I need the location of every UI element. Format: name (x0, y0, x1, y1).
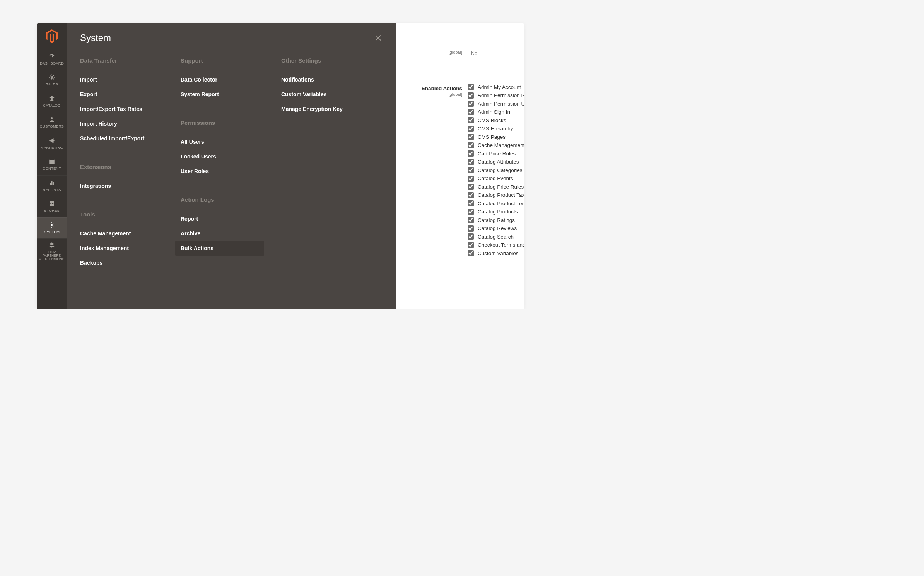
action-checkbox[interactable] (468, 250, 474, 256)
nav-reports[interactable]: REPORTS (37, 175, 67, 196)
menu-import-export-tax-rates[interactable]: Import/Export Tax Rates (80, 102, 181, 116)
menu-index-management[interactable]: Index Management (80, 241, 181, 256)
menu-notifications[interactable]: Notifications (281, 72, 382, 87)
menu-backups[interactable]: Backups (80, 256, 181, 270)
action-label: Catalog Reviews (478, 225, 517, 231)
menu-heading: Action Logs (181, 196, 281, 203)
menu-report[interactable]: Report (181, 211, 281, 226)
action-checkbox[interactable] (468, 176, 474, 182)
action-checkbox[interactable] (468, 184, 474, 190)
menu-export[interactable]: Export (80, 87, 181, 102)
action-checkbox-row: Cart Price Rules (468, 150, 524, 157)
action-label: Catalog Product Templates (478, 201, 524, 206)
action-checkbox[interactable] (468, 233, 474, 240)
flyout-col-1: Data TransferImportExportImport/Export T… (80, 57, 181, 273)
flyout-col-2: SupportData CollectorSystem ReportPermis… (181, 57, 281, 273)
action-label: Catalog Product Tax Classe (478, 192, 524, 198)
svg-rect-3 (49, 159, 55, 160)
action-checkbox[interactable] (468, 209, 474, 215)
flyout-title: System (80, 32, 111, 43)
action-checkbox[interactable] (468, 159, 474, 165)
customers-icon (48, 116, 55, 123)
action-checkbox-row: Catalog Attributes (468, 159, 524, 165)
action-label: Admin Permission Roles (478, 92, 524, 98)
menu-heading: Tools (80, 211, 181, 218)
nav-stores[interactable]: STORES (37, 196, 67, 217)
action-checkbox[interactable] (468, 217, 474, 223)
action-checkbox-row: Admin Sign In (468, 109, 524, 115)
nav-system[interactable]: SYSTEM (37, 217, 67, 238)
nav-marketing[interactable]: MARKETING (37, 133, 67, 154)
sales-icon: $ (48, 74, 55, 81)
action-label: CMS Pages (478, 134, 506, 140)
action-checkbox-row: CMS Blocks (468, 117, 524, 123)
action-checkbox[interactable] (468, 242, 474, 248)
action-checkbox[interactable] (468, 225, 474, 232)
action-checkbox[interactable] (468, 200, 474, 206)
action-checkbox-row: Admin Permission Roles (468, 92, 524, 99)
menu-locked-users[interactable]: Locked Users (181, 149, 281, 164)
action-checkbox[interactable] (468, 150, 474, 157)
action-label: Admin Sign In (478, 109, 510, 115)
action-checkbox[interactable] (468, 84, 474, 90)
menu-import[interactable]: Import (80, 72, 181, 87)
system-icon (48, 222, 55, 228)
menu-custom-variables[interactable]: Custom Variables (281, 87, 382, 102)
menu-all-users[interactable]: All Users (181, 135, 281, 149)
action-label: CMS Hierarchy (478, 126, 513, 131)
action-checkbox[interactable] (468, 134, 474, 140)
action-checkbox-row: Catalog Price Rules (468, 184, 524, 190)
menu-integrations[interactable]: Integrations (80, 179, 181, 193)
close-icon[interactable] (374, 34, 383, 42)
action-label: Admin Permission Users (478, 101, 524, 107)
nav-catalog[interactable]: CATALOG (37, 91, 67, 112)
action-label: Cart Price Rules (478, 151, 516, 157)
action-checkbox[interactable] (468, 92, 474, 99)
menu-manage-encryption-key[interactable]: Manage Encryption Key (281, 102, 382, 116)
menu-scheduled-import-export[interactable]: Scheduled Import/Export (80, 131, 181, 146)
action-label: CMS Blocks (478, 118, 506, 123)
action-label: Cache Management (478, 142, 524, 148)
menu-data-collector[interactable]: Data Collector (181, 72, 281, 87)
nav-dashboard[interactable]: DASHBOARD (37, 49, 67, 70)
marketing-icon (48, 137, 55, 144)
action-label: Catalog Categories (478, 167, 523, 173)
nav-label: STORES (44, 209, 60, 213)
action-checkbox[interactable] (468, 109, 474, 115)
menu-import-history[interactable]: Import History (80, 116, 181, 131)
magento-logo[interactable] (37, 23, 67, 49)
action-checkbox[interactable] (468, 192, 474, 198)
flyout-col-3: Other SettingsNotificationsCustom Variab… (281, 57, 382, 273)
nav-content[interactable]: CONTENT (37, 154, 67, 175)
action-checkbox[interactable] (468, 126, 474, 132)
nav-sales[interactable]: $SALES (37, 70, 67, 90)
action-checkbox-row: Catalog Ratings (468, 217, 524, 223)
enabled-actions-scope: [global] (396, 92, 462, 97)
menu-heading: Permissions (181, 119, 281, 126)
dashboard-icon (48, 53, 55, 60)
menu-archive[interactable]: Archive (181, 226, 281, 241)
menu-cache-management[interactable]: Cache Management (80, 226, 181, 241)
action-checkbox[interactable] (468, 142, 474, 148)
action-checkbox-row: Catalog Search (468, 233, 524, 240)
action-checkbox-row: Catalog Products (468, 209, 524, 215)
nav-partners[interactable]: FIND PARTNERS& EXTENSIONS (37, 238, 67, 265)
action-checkbox[interactable] (468, 117, 474, 123)
svg-point-7 (51, 224, 53, 226)
action-checkbox-row: Checkout Terms and Condi (468, 242, 524, 248)
menu-bulk-actions[interactable]: Bulk Actions (175, 241, 264, 256)
nav-label: SALES (46, 82, 58, 86)
action-checkbox-row: Cache Management (468, 142, 524, 148)
reports-icon (48, 179, 55, 186)
action-checkbox[interactable] (468, 101, 474, 107)
top-select[interactable]: No (468, 49, 524, 58)
svg-rect-6 (53, 182, 54, 185)
action-checkbox[interactable] (468, 167, 474, 173)
system-flyout: System Data TransferImportExportImport/E… (67, 23, 396, 309)
menu-user-roles[interactable]: User Roles (181, 164, 281, 179)
menu-system-report[interactable]: System Report (181, 87, 281, 102)
action-label: Checkout Terms and Condi (478, 242, 524, 248)
menu-heading: Other Settings (281, 57, 382, 64)
nav-label: CUSTOMERS (40, 124, 64, 128)
nav-customers[interactable]: CUSTOMERS (37, 112, 67, 133)
